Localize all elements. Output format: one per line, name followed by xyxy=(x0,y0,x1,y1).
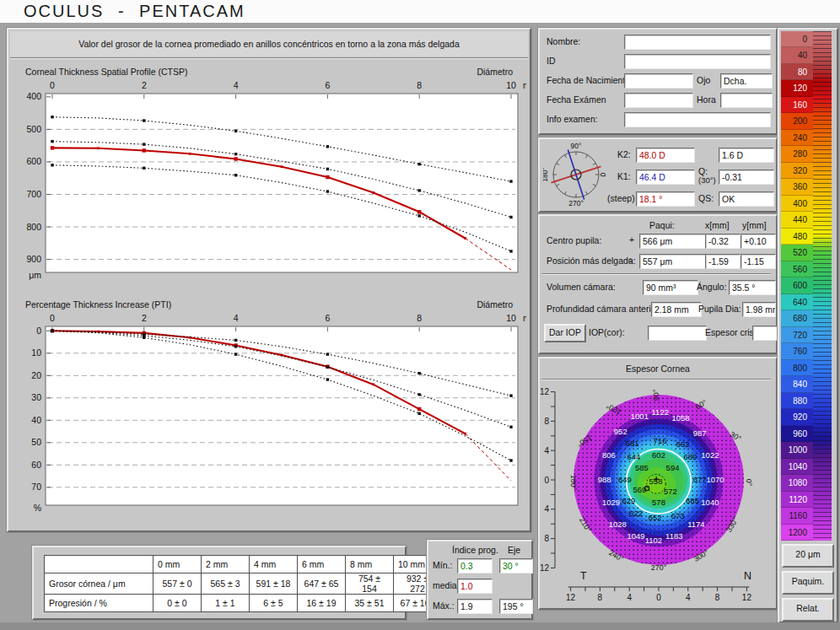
svg-text:12: 12 xyxy=(540,387,549,396)
svg-text:622: 622 xyxy=(629,509,643,518)
svg-text:572: 572 xyxy=(664,487,677,496)
patient-panel: Nombre: ID Fecha de Nacimiento Ojo Dcha.… xyxy=(538,28,778,135)
svg-text:20: 20 xyxy=(31,370,41,380)
scale-step: 200 xyxy=(781,113,813,129)
patient-id-field[interactable] xyxy=(624,54,771,69)
prog-max-axis-value[interactable]: 195 ° xyxy=(499,599,533,614)
scale-step: 40 xyxy=(781,47,813,63)
prog-min-value[interactable]: 0.3 xyxy=(457,558,493,573)
svg-text:8: 8 xyxy=(598,593,603,602)
k2-value-field[interactable]: 48.0 D xyxy=(636,148,695,163)
row-label: Progresión / % xyxy=(45,595,153,612)
svg-text:1070: 1070 xyxy=(706,475,724,484)
svg-text:2: 2 xyxy=(142,80,147,90)
svg-text:400: 400 xyxy=(26,91,41,101)
svg-text:4: 4 xyxy=(544,504,549,514)
thinnest-y-field[interactable]: -1.15 xyxy=(740,254,776,269)
prog-max-label: Máx.: xyxy=(433,600,455,611)
svg-text:1058: 1058 xyxy=(672,413,690,423)
scale-step: 1080 xyxy=(781,475,813,491)
patient-examdate-field[interactable] xyxy=(624,93,693,108)
svg-text:180°: 180° xyxy=(543,167,549,182)
svg-text:500: 500 xyxy=(26,124,41,134)
paqui-column-header: Paqui: xyxy=(649,220,675,230)
scale-step-button[interactable]: 20 μm xyxy=(782,544,834,568)
patient-eye-field[interactable]: Dcha. xyxy=(720,73,773,89)
iop-cor-field[interactable] xyxy=(648,326,707,341)
relat-button[interactable]: Relat. xyxy=(782,598,834,622)
table-header: 0 mm xyxy=(153,556,202,573)
svg-text:629: 629 xyxy=(622,496,635,505)
svg-text:8: 8 xyxy=(544,534,549,543)
pupil-x-field[interactable]: -0.32 xyxy=(705,234,740,249)
svg-text:6: 6 xyxy=(325,313,330,323)
pupil-paqui-field[interactable]: 566 μm xyxy=(639,234,707,249)
paquim-button[interactable]: Paquim. xyxy=(782,571,834,595)
title-bar: OCULUS - PENTACAM xyxy=(0,0,840,23)
iop-cor-label: IOP(cor): xyxy=(589,327,625,337)
progression-axis-header: Eje xyxy=(508,545,520,555)
thinnest-label: Posición más delgada: xyxy=(547,256,636,266)
acd-field[interactable]: 2.18 mm xyxy=(651,302,702,317)
patient-eye-label: Ojo xyxy=(697,75,710,85)
pachymetry-panel: Paqui: x[mm] y[mm] Centro pupila: + 566 … xyxy=(538,214,778,354)
prog-mean-label: media: xyxy=(433,580,460,590)
svg-text:10: 10 xyxy=(506,80,516,90)
pupil-diameter-label: Pupila Dia: xyxy=(698,304,741,314)
angle-field[interactable]: 35.5 ° xyxy=(729,280,776,295)
prog-min-axis-value[interactable]: 30 ° xyxy=(499,558,533,573)
patient-info-field[interactable] xyxy=(624,112,771,127)
prog-max-value[interactable]: 1.9 xyxy=(457,599,493,614)
scale-step: 520 xyxy=(781,245,813,261)
patient-hour-field[interactable] xyxy=(720,93,773,108)
table-cell: 6 ± 5 xyxy=(250,595,298,612)
progression-index-header: Índice prog. xyxy=(452,545,498,555)
scale-step: 600 xyxy=(781,277,813,293)
scale-step: 560 xyxy=(781,261,813,277)
chamber-volume-field[interactable]: 90 mm³ xyxy=(643,280,698,295)
svg-text:8: 8 xyxy=(544,417,549,426)
acd-label: Profundidad cámara anterior xyxy=(547,304,659,314)
svg-text:4: 4 xyxy=(544,446,549,455)
svg-text:569: 569 xyxy=(633,485,646,494)
scale-step: 0 xyxy=(781,31,813,47)
thinnest-paqui-field[interactable]: 557 μm xyxy=(639,254,707,269)
scale-step: 80 xyxy=(781,64,813,80)
svg-text:0: 0 xyxy=(656,593,661,602)
svg-text:30: 30 xyxy=(31,392,41,402)
scale-step: 880 xyxy=(781,393,813,409)
pupil-diameter-field[interactable]: 1.98 mm xyxy=(742,302,776,317)
svg-text:1022: 1022 xyxy=(701,450,719,460)
svg-text:4: 4 xyxy=(627,593,632,602)
ctsp-chart-title: Corneal Thickness Spatial Profile (CTSP) xyxy=(25,67,187,77)
svg-text:90°: 90° xyxy=(652,389,660,401)
svg-text:681: 681 xyxy=(626,439,639,448)
svg-text:649: 649 xyxy=(618,475,632,484)
steep-axis-field[interactable]: 18.1 ° xyxy=(636,191,695,207)
svg-text:677: 677 xyxy=(693,475,707,484)
cyl-value-field[interactable]: 1.6 D xyxy=(719,148,774,163)
dar-iop-button[interactable]: Dar IOP xyxy=(544,324,586,342)
table-header: 6 mm xyxy=(298,556,346,573)
svg-text:0: 0 xyxy=(50,313,55,323)
thinnest-x-field[interactable]: -1.59 xyxy=(705,254,740,269)
qs-value-field[interactable]: OK xyxy=(719,191,774,207)
svg-text:270°: 270° xyxy=(651,563,667,572)
svg-text:6: 6 xyxy=(325,80,330,90)
svg-text:0°: 0° xyxy=(745,479,753,487)
divider xyxy=(541,273,771,275)
prog-mean-value[interactable]: 1.0 xyxy=(457,579,493,594)
svg-text:12: 12 xyxy=(742,593,752,602)
k1-value-field[interactable]: 46.4 D xyxy=(636,170,695,185)
scale-step: 840 xyxy=(781,376,813,392)
lens-thickness-field[interactable] xyxy=(752,326,778,341)
svg-text:60: 60 xyxy=(31,460,41,470)
patient-birth-field[interactable] xyxy=(624,73,693,89)
keratometry-panel: 90°270°0180° K2: 48.0 D 1.6 D K1: 46.4 D… xyxy=(538,137,778,213)
patient-name-field[interactable] xyxy=(624,35,771,50)
scale-step: 920 xyxy=(781,409,813,425)
svg-text:0: 0 xyxy=(36,326,41,336)
q-value-field[interactable]: -0.31 xyxy=(719,170,774,185)
pupil-y-field[interactable]: +0.10 xyxy=(740,234,776,249)
bottom-band xyxy=(0,622,840,630)
